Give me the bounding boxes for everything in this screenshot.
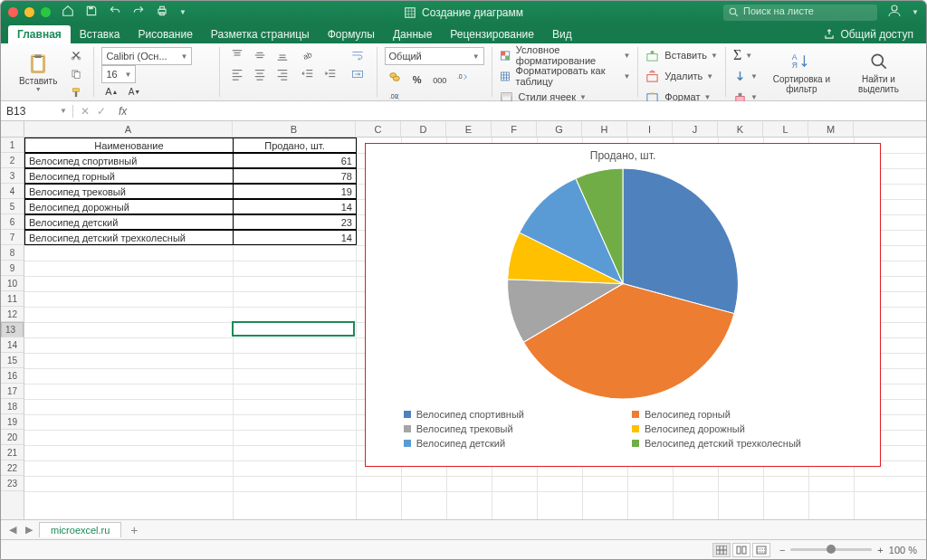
save-icon[interactable] — [85, 5, 98, 20]
spreadsheet-grid[interactable]: ABCDEFGHIJKLM 12345678910111213141516171… — [1, 121, 926, 519]
col-header-G[interactable]: G — [537, 121, 582, 137]
ribbon-tab-0[interactable]: Главная — [8, 25, 71, 43]
font-size-select[interactable]: 16▼ — [101, 65, 136, 83]
row-header-21[interactable]: 21 — [1, 445, 24, 460]
insert-cells-button[interactable]: Вставить▼ — [645, 47, 718, 63]
decrease-indent-button[interactable] — [298, 66, 318, 82]
find-select-button[interactable]: Найти и выделить — [846, 47, 912, 98]
row-header-18[interactable]: 18 — [1, 399, 24, 414]
col-header-B[interactable]: B — [233, 121, 356, 137]
col-header-L[interactable]: L — [763, 121, 808, 137]
increase-decimal-button[interactable]: .0 — [453, 69, 473, 85]
percent-button[interactable]: % — [407, 71, 427, 88]
copy-button[interactable] — [66, 66, 86, 82]
cell-B5[interactable]: 14 — [233, 199, 357, 214]
cell-A5[interactable]: Велосипед дорожный — [24, 199, 234, 214]
orientation-button[interactable]: ab — [298, 47, 318, 63]
row-header-16[interactable]: 16 — [1, 368, 24, 384]
increase-font-button[interactable]: A▲ — [101, 83, 121, 100]
share-button[interactable]: Общий доступ — [817, 25, 919, 43]
cell-A2[interactable]: Велосипед спортивный — [24, 153, 234, 168]
col-header-M[interactable]: M — [808, 121, 854, 137]
decrease-font-button[interactable]: A▼ — [124, 84, 144, 100]
cell-B6[interactable]: 23 — [233, 214, 357, 230]
row-header-20[interactable]: 20 — [1, 430, 24, 445]
align-top-button[interactable] — [227, 47, 247, 63]
row-header-4[interactable]: 4 — [1, 184, 24, 199]
col-header-K[interactable]: K — [718, 121, 763, 137]
sheet-tab[interactable]: microexcel.ru — [39, 522, 121, 537]
col-header-H[interactable]: H — [582, 121, 627, 137]
zoom-out-button[interactable]: − — [779, 545, 785, 555]
cut-button[interactable] — [66, 47, 86, 63]
align-left-button[interactable] — [227, 66, 247, 82]
cell-B1[interactable]: Продано, шт. — [233, 138, 357, 153]
wrap-text-button[interactable] — [346, 47, 369, 63]
align-middle-button[interactable] — [250, 47, 270, 63]
cells-area[interactable]: НаименованиеПродано, шт.Велосипед спорти… — [24, 138, 926, 519]
row-header-11[interactable]: 11 — [1, 291, 24, 307]
row-header-10[interactable]: 10 — [1, 276, 24, 291]
qat-dropdown-icon[interactable]: ▼ — [179, 8, 186, 16]
align-center-button[interactable] — [250, 66, 270, 82]
cell-B2[interactable]: 61 — [233, 153, 357, 168]
cell-A4[interactable]: Велосипед трековый — [24, 184, 234, 199]
row-header-19[interactable]: 19 — [1, 414, 24, 430]
col-header-D[interactable]: D — [401, 121, 446, 137]
fill-button[interactable]: ▼ — [733, 68, 758, 84]
currency-button[interactable] — [385, 69, 405, 85]
print-icon[interactable] — [156, 5, 168, 20]
cell-B4[interactable]: 19 — [233, 184, 357, 199]
align-right-button[interactable] — [272, 66, 292, 82]
cell-A7[interactable]: Велосипед детский трехколесный — [24, 230, 234, 245]
undo-icon[interactable] — [109, 5, 121, 20]
ribbon-tab-2[interactable]: Рисование — [129, 25, 201, 43]
select-all-corner[interactable] — [1, 121, 24, 138]
cell-A3[interactable]: Велосипед горный — [24, 168, 234, 184]
col-header-A[interactable]: A — [24, 121, 233, 137]
col-header-C[interactable]: C — [356, 121, 401, 137]
paste-button[interactable]: Вставить ▼ — [15, 47, 61, 98]
maximize-window-button[interactable] — [41, 7, 51, 17]
zoom-in-button[interactable]: + — [877, 545, 883, 555]
cell-B3[interactable]: 78 — [233, 168, 357, 184]
sheet-nav-prev[interactable]: ◀ — [6, 524, 19, 536]
ribbon-tab-1[interactable]: Вставка — [71, 25, 129, 43]
row-header-14[interactable]: 14 — [1, 337, 24, 353]
align-bottom-button[interactable] — [272, 47, 292, 63]
ribbon-tab-7[interactable]: Вид — [543, 25, 581, 43]
user-account-icon[interactable] — [886, 3, 903, 22]
col-header-E[interactable]: E — [446, 121, 492, 137]
minimize-window-button[interactable] — [24, 7, 34, 17]
font-name-select[interactable]: Calibri (Осн...▼ — [101, 47, 192, 65]
row-header-12[interactable]: 12 — [1, 307, 24, 322]
row-header-8[interactable]: 8 — [1, 245, 24, 261]
fx-label[interactable]: fx — [113, 105, 132, 118]
conditional-formatting-button[interactable]: Условное форматирование▼ — [500, 47, 631, 63]
name-box[interactable]: B13▼ — [1, 105, 73, 118]
row-header-6[interactable]: 6 — [1, 214, 24, 230]
user-dropdown-icon[interactable]: ▼ — [912, 8, 919, 16]
row-header-5[interactable]: 5 — [1, 199, 24, 214]
accept-formula-icon[interactable]: ✓ — [97, 105, 106, 118]
add-sheet-button[interactable]: + — [125, 523, 143, 537]
row-header-23[interactable]: 23 — [1, 476, 24, 491]
zoom-slider[interactable] — [790, 548, 872, 551]
ribbon-tab-5[interactable]: Данные — [384, 25, 441, 43]
pie-chart[interactable]: Продано, шт.Велосипед спортивныйВелосипе… — [365, 143, 881, 467]
comma-button[interactable]: 000 — [430, 72, 450, 89]
normal-view-button[interactable] — [712, 543, 731, 557]
format-painter-button[interactable] — [66, 85, 86, 101]
ribbon-tab-3[interactable]: Разметка страницы — [202, 25, 319, 43]
delete-cells-button[interactable]: Удалить▼ — [645, 68, 718, 84]
redo-icon[interactable] — [132, 5, 145, 20]
row-header-7[interactable]: 7 — [1, 230, 24, 245]
row-header-15[interactable]: 15 — [1, 353, 24, 368]
sheet-nav-next[interactable]: ▶ — [23, 524, 35, 536]
number-format-select[interactable]: Общий▼ — [385, 47, 484, 65]
row-header-13[interactable]: 13 — [1, 322, 24, 337]
cell-A1[interactable]: Наименование — [24, 138, 234, 153]
close-window-button[interactable] — [8, 7, 18, 17]
cancel-formula-icon[interactable]: ✕ — [81, 105, 90, 118]
home-icon[interactable] — [62, 5, 74, 20]
